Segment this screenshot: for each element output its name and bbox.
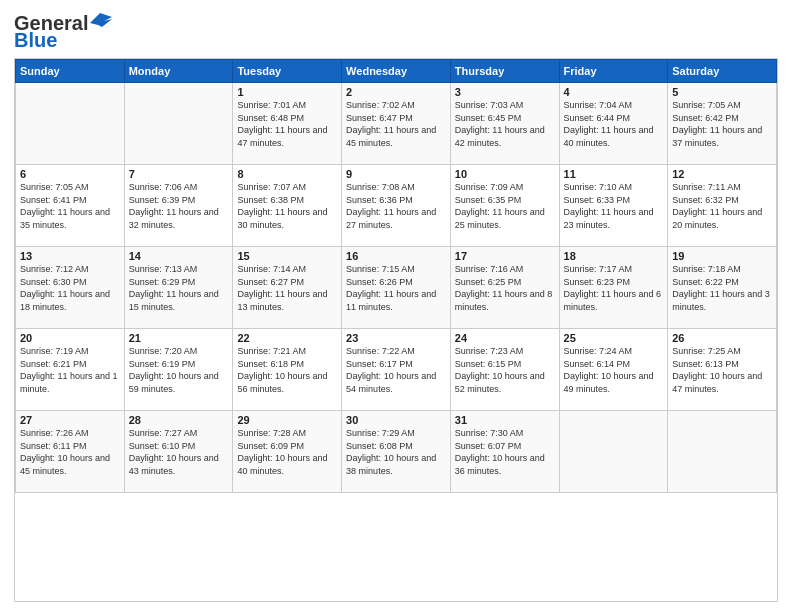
calendar-cell: 2Sunrise: 7:02 AM Sunset: 6:47 PM Daylig…: [342, 83, 451, 165]
calendar-cell: 7Sunrise: 7:06 AM Sunset: 6:39 PM Daylig…: [124, 165, 233, 247]
weekday-header-saturday: Saturday: [668, 60, 777, 83]
calendar-cell: 26Sunrise: 7:25 AM Sunset: 6:13 PM Dayli…: [668, 329, 777, 411]
week-row-0: 1Sunrise: 7:01 AM Sunset: 6:48 PM Daylig…: [16, 83, 777, 165]
day-info: Sunrise: 7:23 AM Sunset: 6:15 PM Dayligh…: [455, 345, 555, 395]
calendar-cell: [668, 411, 777, 493]
svg-marker-0: [90, 13, 112, 27]
day-info: Sunrise: 7:05 AM Sunset: 6:42 PM Dayligh…: [672, 99, 772, 149]
week-row-3: 20Sunrise: 7:19 AM Sunset: 6:21 PM Dayli…: [16, 329, 777, 411]
day-info: Sunrise: 7:28 AM Sunset: 6:09 PM Dayligh…: [237, 427, 337, 477]
calendar-cell: 15Sunrise: 7:14 AM Sunset: 6:27 PM Dayli…: [233, 247, 342, 329]
calendar-cell: 5Sunrise: 7:05 AM Sunset: 6:42 PM Daylig…: [668, 83, 777, 165]
day-info: Sunrise: 7:13 AM Sunset: 6:29 PM Dayligh…: [129, 263, 229, 313]
calendar-cell: 11Sunrise: 7:10 AM Sunset: 6:33 PM Dayli…: [559, 165, 668, 247]
weekday-header-monday: Monday: [124, 60, 233, 83]
day-number: 12: [672, 168, 772, 180]
calendar-cell: 23Sunrise: 7:22 AM Sunset: 6:17 PM Dayli…: [342, 329, 451, 411]
day-number: 31: [455, 414, 555, 426]
day-info: Sunrise: 7:05 AM Sunset: 6:41 PM Dayligh…: [20, 181, 120, 231]
day-number: 27: [20, 414, 120, 426]
calendar-cell: 29Sunrise: 7:28 AM Sunset: 6:09 PM Dayli…: [233, 411, 342, 493]
day-number: 7: [129, 168, 229, 180]
calendar-cell: 18Sunrise: 7:17 AM Sunset: 6:23 PM Dayli…: [559, 247, 668, 329]
calendar-header: SundayMondayTuesdayWednesdayThursdayFrid…: [16, 60, 777, 83]
day-number: 5: [672, 86, 772, 98]
calendar-cell: 17Sunrise: 7:16 AM Sunset: 6:25 PM Dayli…: [450, 247, 559, 329]
day-info: Sunrise: 7:07 AM Sunset: 6:38 PM Dayligh…: [237, 181, 337, 231]
calendar-cell: 14Sunrise: 7:13 AM Sunset: 6:29 PM Dayli…: [124, 247, 233, 329]
day-number: 16: [346, 250, 446, 262]
day-info: Sunrise: 7:15 AM Sunset: 6:26 PM Dayligh…: [346, 263, 446, 313]
day-number: 6: [20, 168, 120, 180]
day-info: Sunrise: 7:16 AM Sunset: 6:25 PM Dayligh…: [455, 263, 555, 313]
day-info: Sunrise: 7:22 AM Sunset: 6:17 PM Dayligh…: [346, 345, 446, 395]
day-number: 1: [237, 86, 337, 98]
weekday-header-thursday: Thursday: [450, 60, 559, 83]
day-number: 30: [346, 414, 446, 426]
day-number: 20: [20, 332, 120, 344]
calendar-cell: [559, 411, 668, 493]
calendar-cell: 21Sunrise: 7:20 AM Sunset: 6:19 PM Dayli…: [124, 329, 233, 411]
day-info: Sunrise: 7:19 AM Sunset: 6:21 PM Dayligh…: [20, 345, 120, 395]
day-info: Sunrise: 7:17 AM Sunset: 6:23 PM Dayligh…: [564, 263, 664, 313]
calendar-cell: 28Sunrise: 7:27 AM Sunset: 6:10 PM Dayli…: [124, 411, 233, 493]
calendar-cell: 27Sunrise: 7:26 AM Sunset: 6:11 PM Dayli…: [16, 411, 125, 493]
calendar-cell: 25Sunrise: 7:24 AM Sunset: 6:14 PM Dayli…: [559, 329, 668, 411]
weekday-header-tuesday: Tuesday: [233, 60, 342, 83]
page: General Blue SundayMondayTuesdayWednesda…: [0, 0, 792, 612]
weekday-header-wednesday: Wednesday: [342, 60, 451, 83]
calendar-cell: 24Sunrise: 7:23 AM Sunset: 6:15 PM Dayli…: [450, 329, 559, 411]
day-info: Sunrise: 7:11 AM Sunset: 6:32 PM Dayligh…: [672, 181, 772, 231]
calendar-cell: 6Sunrise: 7:05 AM Sunset: 6:41 PM Daylig…: [16, 165, 125, 247]
day-info: Sunrise: 7:04 AM Sunset: 6:44 PM Dayligh…: [564, 99, 664, 149]
week-row-1: 6Sunrise: 7:05 AM Sunset: 6:41 PM Daylig…: [16, 165, 777, 247]
day-number: 17: [455, 250, 555, 262]
day-number: 26: [672, 332, 772, 344]
calendar-cell: 31Sunrise: 7:30 AM Sunset: 6:07 PM Dayli…: [450, 411, 559, 493]
week-row-2: 13Sunrise: 7:12 AM Sunset: 6:30 PM Dayli…: [16, 247, 777, 329]
day-number: 2: [346, 86, 446, 98]
day-number: 9: [346, 168, 446, 180]
day-number: 28: [129, 414, 229, 426]
day-number: 4: [564, 86, 664, 98]
calendar-cell: 22Sunrise: 7:21 AM Sunset: 6:18 PM Dayli…: [233, 329, 342, 411]
calendar-cell: 20Sunrise: 7:19 AM Sunset: 6:21 PM Dayli…: [16, 329, 125, 411]
day-number: 15: [237, 250, 337, 262]
calendar-cell: 1Sunrise: 7:01 AM Sunset: 6:48 PM Daylig…: [233, 83, 342, 165]
day-info: Sunrise: 7:29 AM Sunset: 6:08 PM Dayligh…: [346, 427, 446, 477]
day-info: Sunrise: 7:02 AM Sunset: 6:47 PM Dayligh…: [346, 99, 446, 149]
day-info: Sunrise: 7:12 AM Sunset: 6:30 PM Dayligh…: [20, 263, 120, 313]
calendar-cell: 4Sunrise: 7:04 AM Sunset: 6:44 PM Daylig…: [559, 83, 668, 165]
day-number: 24: [455, 332, 555, 344]
day-info: Sunrise: 7:06 AM Sunset: 6:39 PM Dayligh…: [129, 181, 229, 231]
day-info: Sunrise: 7:18 AM Sunset: 6:22 PM Dayligh…: [672, 263, 772, 313]
day-info: Sunrise: 7:14 AM Sunset: 6:27 PM Dayligh…: [237, 263, 337, 313]
day-info: Sunrise: 7:09 AM Sunset: 6:35 PM Dayligh…: [455, 181, 555, 231]
day-info: Sunrise: 7:30 AM Sunset: 6:07 PM Dayligh…: [455, 427, 555, 477]
calendar-cell: [124, 83, 233, 165]
weekday-header-sunday: Sunday: [16, 60, 125, 83]
calendar-cell: 19Sunrise: 7:18 AM Sunset: 6:22 PM Dayli…: [668, 247, 777, 329]
calendar: SundayMondayTuesdayWednesdayThursdayFrid…: [14, 58, 778, 602]
day-info: Sunrise: 7:24 AM Sunset: 6:14 PM Dayligh…: [564, 345, 664, 395]
weekday-header-friday: Friday: [559, 60, 668, 83]
day-info: Sunrise: 7:10 AM Sunset: 6:33 PM Dayligh…: [564, 181, 664, 231]
calendar-body: 1Sunrise: 7:01 AM Sunset: 6:48 PM Daylig…: [16, 83, 777, 493]
logo-blue-text: Blue: [14, 29, 57, 52]
day-info: Sunrise: 7:27 AM Sunset: 6:10 PM Dayligh…: [129, 427, 229, 477]
logo: General Blue: [14, 12, 112, 52]
calendar-cell: 30Sunrise: 7:29 AM Sunset: 6:08 PM Dayli…: [342, 411, 451, 493]
day-number: 25: [564, 332, 664, 344]
day-number: 8: [237, 168, 337, 180]
day-number: 22: [237, 332, 337, 344]
weekday-row: SundayMondayTuesdayWednesdayThursdayFrid…: [16, 60, 777, 83]
week-row-4: 27Sunrise: 7:26 AM Sunset: 6:11 PM Dayli…: [16, 411, 777, 493]
day-number: 11: [564, 168, 664, 180]
day-number: 19: [672, 250, 772, 262]
day-info: Sunrise: 7:25 AM Sunset: 6:13 PM Dayligh…: [672, 345, 772, 395]
day-info: Sunrise: 7:21 AM Sunset: 6:18 PM Dayligh…: [237, 345, 337, 395]
day-info: Sunrise: 7:01 AM Sunset: 6:48 PM Dayligh…: [237, 99, 337, 149]
day-number: 29: [237, 414, 337, 426]
day-number: 18: [564, 250, 664, 262]
day-info: Sunrise: 7:03 AM Sunset: 6:45 PM Dayligh…: [455, 99, 555, 149]
